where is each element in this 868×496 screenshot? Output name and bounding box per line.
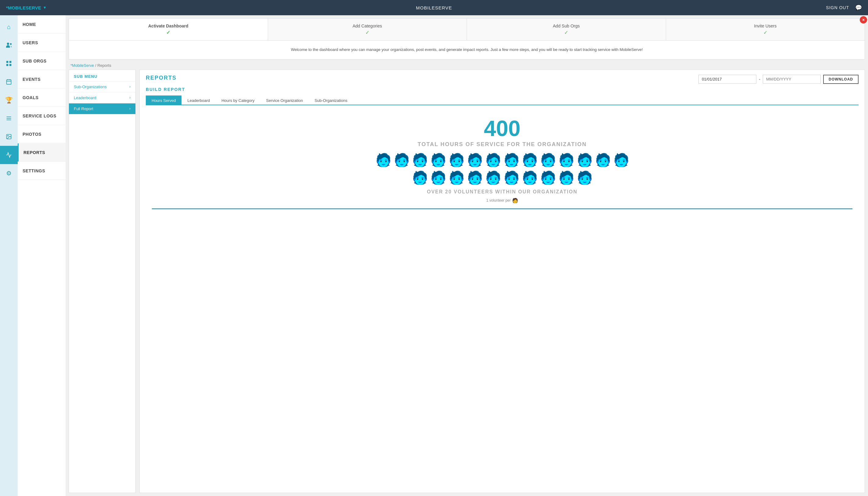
volunteer-figure: 🧑 — [577, 171, 593, 184]
volunteer-figure: 🧑 — [540, 171, 556, 184]
sidebar-icon-service-logs[interactable] — [0, 109, 18, 127]
nav-col: HOME USERS SUB ORGS EVENTS GOALS SERVICE… — [18, 15, 66, 496]
report-tab-service-org[interactable]: Service Organization — [261, 95, 309, 105]
sub-menu-item-full-report-arrow: › — [129, 107, 130, 111]
volunteer-figure: 🧑 — [412, 171, 428, 184]
sidebar-item-goals[interactable]: GOALS — [18, 89, 66, 107]
sidebar-item-reports[interactable]: REPORTS — [18, 143, 66, 162]
volunteer-figure: 🧑 — [613, 154, 629, 167]
report-controls: - DOWNLOAD — [698, 75, 858, 84]
total-hours-number: 400 — [152, 118, 852, 139]
volunteer-figure: 🧑 — [595, 154, 611, 167]
volunteer-figure: 🧑 — [522, 171, 538, 184]
breadcrumb-current: Reports — [97, 63, 111, 68]
date-separator: - — [759, 77, 760, 82]
sidebar-icon-home[interactable]: ⌂ — [0, 18, 18, 36]
sidebar-icon-settings[interactable]: ⚙ — [0, 164, 18, 182]
sidebar-item-settings[interactable]: SETTINGS — [18, 162, 66, 180]
volunteers-grid: 🧑 🧑 🧑 🧑 🧑 🧑 🧑 🧑 🧑 🧑 🧑 🧑 🧑 🧑 — [365, 154, 640, 167]
top-nav: *MOBILESERVE ▼ MOBILESERVE SIGN OUT 💬 — [0, 0, 868, 15]
activate-tab-invite-label: Invite Users — [754, 24, 776, 28]
app-title: MOBILESERVE — [416, 5, 452, 10]
reports-title: REPORTS — [146, 75, 177, 81]
sub-menu-item-leaderboard-label: Leaderboard — [74, 95, 96, 100]
volunteer-figure: 🧑 — [577, 154, 593, 167]
sidebar-icon-sub-orgs[interactable] — [0, 54, 18, 73]
sub-menu-item-full-report-label: Full Report — [74, 107, 93, 111]
sidebar-icon-photos[interactable] — [0, 127, 18, 146]
volunteer-figure: 🧑 — [485, 171, 501, 184]
sidebar-icon-users[interactable] — [0, 36, 18, 54]
activate-tab-invite-check: ✓ — [669, 30, 862, 35]
report-tab-sub-orgs[interactable]: Sub-Organizations — [309, 95, 353, 105]
date-start-input[interactable] — [698, 75, 756, 83]
brand[interactable]: *MOBILESERVE ▼ — [6, 5, 47, 10]
activate-tab-invite[interactable]: Invite Users ✓ — [666, 19, 865, 40]
report-tab-leaderboard[interactable]: Leaderboard — [182, 95, 216, 105]
breadcrumb-separator: / — [95, 63, 96, 68]
sidebar-item-users[interactable]: USERS — [18, 33, 66, 52]
sidebar-item-photos[interactable]: PHOTOS — [18, 125, 66, 143]
total-hours-subtitle: TOTAL HOURS OF SERVICE FOR THE ORGANIZAT… — [152, 141, 852, 148]
activate-tab-sub-orgs-check: ✓ — [470, 30, 663, 35]
sub-menu-item-sub-orgs-label: Sub-Organizations — [74, 84, 107, 89]
sidebar-item-home[interactable]: HOME — [18, 15, 66, 33]
main-layout: ⌂ 🏆 ⚙ HOME USERS SUB — [0, 15, 868, 496]
volunteer-per-icon: 🧑 — [512, 198, 518, 203]
volunteers-grid-row2: 🧑 🧑 🧑 🧑 🧑 🧑 🧑 🧑 🧑 🧑 — [365, 171, 640, 184]
breadcrumb: *MobileServe / Reports — [66, 60, 868, 69]
sub-menu-item-full-report[interactable]: Full Report › — [69, 103, 136, 114]
activate-body: Welcome to the dashboard where you can m… — [69, 41, 865, 59]
sidebar-item-events[interactable]: EVENTS — [18, 70, 66, 89]
sub-menu-panel: SUB MENU Sub-Organizations › Leaderboard… — [69, 69, 136, 493]
close-banner-button[interactable]: × — [860, 16, 867, 24]
sub-menu-item-leaderboard[interactable]: Leaderboard › — [69, 92, 136, 103]
build-report-title: BUILD REPORT — [146, 87, 858, 92]
volunteer-per-label: 1 volunteer per — [486, 198, 510, 203]
sub-menu-item-sub-orgs[interactable]: Sub-Organizations › — [69, 81, 136, 92]
volunteer-figure: 🧑 — [522, 154, 538, 167]
activate-tab-categories-label: Add Categories — [352, 24, 382, 28]
activate-tab-categories[interactable]: Add Categories ✓ — [268, 19, 467, 40]
report-tab-hours-served[interactable]: Hours Served — [146, 95, 182, 105]
brand-dropdown-icon[interactable]: ▼ — [43, 5, 47, 10]
sidebar-icon-events[interactable] — [0, 73, 18, 91]
sub-menu-title: SUB MENU — [69, 70, 136, 81]
volunteer-figure: 🧑 — [430, 171, 446, 184]
report-tabs: Hours Served Leaderboard Hours by Catego… — [146, 95, 858, 105]
sidebar-icon-goals[interactable]: 🏆 — [0, 91, 18, 109]
volunteer-figure: 🧑 — [394, 154, 410, 167]
volunteer-figure: 🧑 — [448, 171, 464, 184]
breadcrumb-link[interactable]: *MobileServe — [70, 63, 94, 68]
volunteer-figure: 🧑 — [504, 171, 519, 184]
chat-icon[interactable]: 💬 — [855, 4, 862, 11]
activate-tab-sub-orgs-label: Add Sub Orgs — [553, 24, 580, 28]
svg-rect-6 — [7, 80, 11, 84]
bottom-line — [152, 208, 852, 209]
reports-panel: REPORTS - DOWNLOAD BUILD REPORT Hours Se… — [139, 69, 865, 493]
sub-menu-item-leaderboard-arrow: › — [129, 95, 130, 100]
volunteer-figure: 🧑 — [376, 154, 391, 167]
top-nav-right: SIGN OUT 💬 — [826, 4, 862, 11]
svg-point-1 — [10, 43, 12, 45]
svg-rect-2 — [6, 61, 8, 63]
activate-tab-dashboard-check: ✓ — [72, 30, 265, 35]
activate-tab-dashboard[interactable]: Activate Dashboard ✓ — [69, 19, 268, 40]
date-end-input[interactable] — [763, 75, 821, 83]
sidebar-item-service-logs[interactable]: SERVICE LOGS — [18, 107, 66, 125]
sidebar-icon-reports[interactable] — [0, 146, 18, 164]
volunteer-figure: 🧑 — [412, 154, 428, 167]
svg-rect-4 — [6, 64, 8, 66]
report-tab-hours-by-category[interactable]: Hours by Category — [216, 95, 260, 105]
svg-point-0 — [7, 43, 9, 45]
activate-tab-categories-check: ✓ — [271, 30, 464, 35]
activate-tab-sub-orgs[interactable]: Add Sub Orgs ✓ — [467, 19, 666, 40]
brand-name: *MOBILESERVE — [6, 5, 41, 10]
download-button[interactable]: DOWNLOAD — [823, 75, 858, 84]
sign-out-button[interactable]: SIGN OUT — [826, 5, 849, 10]
activate-tab-dashboard-label: Activate Dashboard — [148, 24, 188, 28]
volunteer-figure: 🧑 — [558, 171, 574, 184]
volunteer-figure: 🧑 — [485, 154, 501, 167]
volunteer-figure: 🧑 — [504, 154, 519, 167]
sidebar-item-sub-orgs[interactable]: SUB ORGS — [18, 52, 66, 70]
